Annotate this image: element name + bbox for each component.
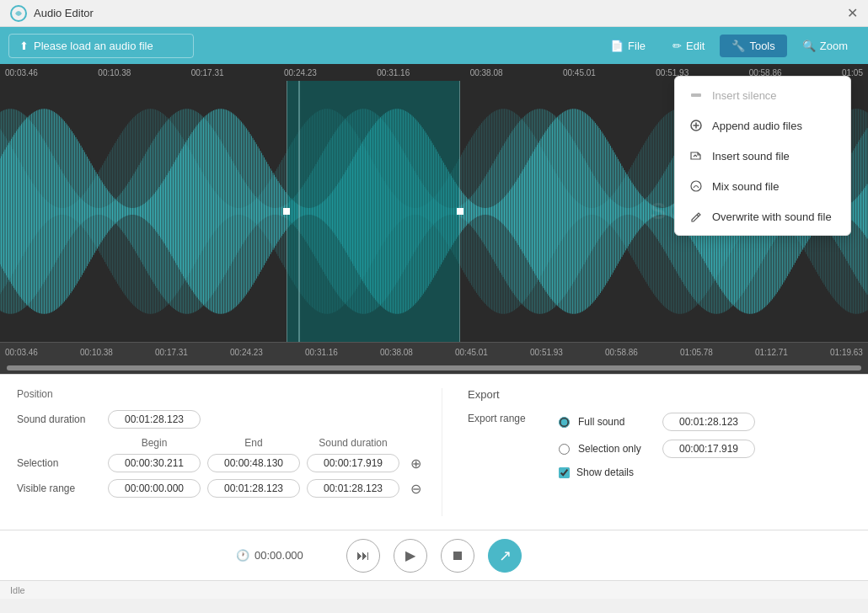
ruler-label: 01:05.78	[680, 348, 713, 357]
full-sound-row: Full sound	[559, 413, 755, 431]
insert-silence-icon	[689, 88, 704, 103]
mix-sound-label: Mix sound file	[712, 180, 779, 193]
visible-end-input[interactable]	[207, 479, 300, 498]
position-section: Position Sound duration Begin End Sound …	[17, 388, 442, 516]
insert-silence-item[interactable]: Insert silence	[675, 80, 850, 110]
zoom-in-icon[interactable]: ⊕	[406, 454, 425, 472]
show-details-checkbox[interactable]	[559, 467, 570, 478]
load-button[interactable]: ⬆ Please load an audio file	[8, 34, 194, 58]
scrollbar-area[interactable]	[0, 362, 868, 374]
svg-rect-1	[691, 93, 701, 97]
tools-dropdown: Insert silence Append audio files Insert…	[674, 76, 851, 236]
selection-end-input[interactable]	[207, 454, 300, 472]
insert-silence-label: Insert silence	[712, 89, 777, 102]
full-sound-duration-input	[662, 413, 755, 431]
show-details-label[interactable]: Show details	[576, 466, 634, 478]
insert-sound-icon	[689, 148, 704, 163]
upload-icon: ⬆	[19, 40, 29, 52]
ruler-label: 00:17.31	[191, 68, 224, 77]
info-panel: Position Sound duration Begin End Sound …	[0, 374, 868, 530]
ruler-label: 00:45.01	[563, 68, 596, 77]
ruler-label: 00:10.38	[80, 348, 113, 357]
close-button[interactable]: ✕	[847, 5, 858, 21]
ruler-label: 01:19.63	[830, 348, 863, 357]
full-sound-radio[interactable]	[559, 417, 570, 428]
zoom-menu[interactable]: 🔍 Zoom	[790, 35, 860, 57]
export-title: Export	[468, 388, 851, 401]
export-range-label: Export range	[468, 413, 552, 424]
duration-header: Sound duration	[307, 437, 399, 449]
mix-sound-item[interactable]: Mix sound file	[675, 171, 850, 201]
ruler-label: 00:24.23	[230, 348, 263, 357]
file-menu[interactable]: 📄 File	[598, 35, 657, 57]
time-value: 00:00.000	[255, 549, 303, 562]
ruler-label: 00:24.23	[284, 68, 317, 77]
show-details-row: Show details	[559, 466, 755, 478]
app-logo	[10, 5, 27, 22]
ruler-label: 00:51.93	[530, 348, 563, 357]
begin-header: Begin	[108, 437, 201, 449]
overwrite-sound-icon	[689, 209, 704, 224]
ruler-label: 00:45.01	[455, 348, 488, 357]
status-text: Idle	[10, 585, 25, 595]
skip-start-button[interactable]: ⏭	[346, 539, 380, 573]
load-label: Please load an audio file	[34, 40, 153, 52]
overwrite-sound-item[interactable]: Overwrite with sound file	[675, 201, 850, 232]
app-title: Audio Editor	[34, 7, 94, 19]
tools-menu[interactable]: 🔧 Tools	[720, 35, 786, 57]
selection-handle-left[interactable]	[283, 208, 290, 215]
titlebar-left: Audio Editor	[10, 5, 94, 22]
scrollbar-thumb[interactable]	[7, 365, 861, 370]
stop-button[interactable]: ⏹	[441, 539, 474, 573]
zoom-icon: 🔍	[802, 40, 816, 52]
ruler-label: 00:58.86	[605, 348, 638, 357]
menubar: ⬆ Please load an audio file 📄 File ✏ Edi…	[0, 27, 868, 64]
zoom-out-icon[interactable]: ⊖	[406, 479, 425, 498]
edit-icon: ✏	[672, 40, 682, 52]
overwrite-sound-label: Overwrite with sound file	[712, 211, 832, 223]
selection-duration-input[interactable]	[307, 454, 399, 472]
selection-only-label[interactable]: Selection only	[578, 443, 654, 455]
selection-only-duration-input	[662, 440, 755, 458]
append-audio-item[interactable]: Append audio files	[675, 110, 850, 141]
export-section: Export Export range Full sound Selection…	[442, 388, 851, 516]
playback-time: 🕐 00:00.000	[236, 549, 303, 562]
export-range-options: Full sound Selection only Show details	[559, 413, 755, 478]
bottom-ruler-labels: 00:03.46 00:10.38 00:17.31 00:24.23 00:3…	[3, 348, 865, 357]
clock-icon: 🕐	[236, 549, 249, 562]
status-bar: Idle	[0, 580, 868, 599]
ruler-label: 00:38.08	[470, 68, 503, 77]
append-audio-label: Append audio files	[712, 120, 802, 132]
export-range-container: Export range Full sound Selection only S…	[468, 413, 851, 478]
insert-sound-item[interactable]: Insert sound file	[675, 141, 850, 171]
selection-begin-input[interactable]	[108, 454, 201, 472]
bottom-ruler: 00:03.46 00:10.38 00:17.31 00:24.23 00:3…	[0, 342, 868, 362]
ruler-label: 00:31.16	[305, 348, 338, 357]
selection-handle-right[interactable]	[457, 208, 463, 215]
titlebar: Audio Editor ✕	[0, 0, 868, 27]
position-title: Position	[17, 388, 425, 400]
ruler-label: 00:03.46	[5, 68, 38, 77]
full-sound-label[interactable]: Full sound	[578, 416, 654, 428]
visible-range-label: Visible range	[17, 482, 101, 494]
table-header: Begin End Sound duration	[17, 437, 425, 449]
selection-row: Selection ⊕	[17, 454, 425, 472]
end-header: End	[207, 437, 300, 449]
selection-only-radio[interactable]	[559, 444, 570, 455]
selection-only-row: Selection only	[559, 440, 755, 458]
selection-overlay[interactable]	[287, 81, 460, 342]
ruler-label: 00:03.46	[5, 348, 38, 357]
export-button[interactable]: ↗	[488, 539, 522, 573]
visible-range-row: Visible range ⊖	[17, 479, 425, 498]
ruler-label: 00:17.31	[155, 348, 188, 357]
edit-menu[interactable]: ✏ Edit	[661, 35, 716, 57]
play-button[interactable]: ▶	[394, 539, 427, 573]
file-icon: 📄	[610, 40, 624, 52]
sound-duration-input[interactable]	[108, 410, 201, 429]
ruler-label: 01:12.71	[755, 348, 788, 357]
visible-begin-input[interactable]	[108, 479, 201, 498]
mix-sound-icon	[689, 179, 704, 194]
scrollbar-track[interactable]	[7, 365, 861, 370]
sound-duration-row: Sound duration	[17, 410, 425, 429]
visible-duration-input[interactable]	[307, 479, 399, 498]
